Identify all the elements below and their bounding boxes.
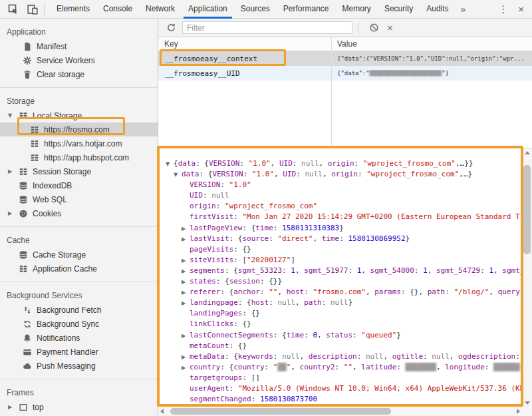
tree-line[interactable]: ▶metaData: {keywords: null, description:… [158,351,521,362]
sidebar-item-session-storage[interactable]: ▶Session Storage [0,164,158,178]
json-key: host [287,288,305,296]
storage-value-cell[interactable]: {"data":{"VERSION":"1.0","UID":null,"ori… [331,55,532,62]
scroll-down-icon[interactable] [525,401,530,405]
vertical-scrollbar[interactable] [522,149,532,407]
expand-arrow-icon[interactable]: ▶ [8,210,19,216]
expand-arrow-icon[interactable]: ▶ [182,363,190,373]
collapse-arrow-icon[interactable]: ▼ [174,170,182,180]
filter-input[interactable] [182,21,352,34]
expand-arrow-icon[interactable]: ▶ [182,234,190,244]
sidebar-item-https-app-hubspot-com[interactable]: https://app.hubspot.com [0,150,158,164]
sidebar-item-label: IndexedDB [33,181,72,190]
expand-arrow-icon[interactable]: ▶ [182,277,190,287]
sidebar-item-application-cache[interactable]: Application Cache [0,262,158,276]
sidebar-item-clear-storage[interactable]: Clear storage [0,67,158,81]
sidebar-item-https-vars-hotjar-com[interactable]: https://vars.hotjar.com [0,136,158,150]
tree-line[interactable]: ▼{data: {VERSION: "1.0", UID: null, orig… [158,158,521,169]
tree-line[interactable]: ▶siteVisits: ["20200127"] [158,255,521,266]
refresh-icon[interactable] [165,22,177,34]
tree-line[interactable]: linkClicks: {} [158,319,521,329]
tree-line[interactable]: ▶referer: {anchor: "", host: "frosmo.com… [158,287,521,298]
tree-line[interactable]: VERSION: "1.0" [158,180,521,190]
sidebar-item-cookies[interactable]: ▶Cookies [0,206,158,220]
expand-arrow-icon[interactable]: ▶ [8,168,19,174]
sidebar-item-background-fetch[interactable]: Background Fetch [0,303,158,317]
column-header-key[interactable]: Key [158,37,331,51]
tree-line[interactable]: ▶lastVisit: {source: "direct", time: 158… [158,234,521,244]
tab-sources[interactable]: Sources [234,0,277,19]
table-row[interactable]: __frosmoeasy__context{"data":{"VERSION":… [158,51,532,66]
expand-arrow-icon[interactable]: ▶ [182,256,190,266]
scroll-up-icon[interactable] [525,151,530,154]
sidebar-item-cache-storage[interactable]: Cache Storage [0,248,158,262]
sidebar-item-local-storage[interactable]: ▼Local Storage [0,108,158,122]
json-key: VERSION [209,159,239,168]
scroll-right-icon[interactable] [517,409,520,414]
sidebar-item-push-messaging[interactable]: Push Messaging [0,359,158,373]
sidebar-item-background-sync[interactable]: Background Sync [0,317,158,331]
json-value: : [304,288,313,296]
expand-arrow-icon[interactable]: ▶ [182,266,190,276]
collapse-arrow-icon[interactable]: ▼ [166,159,174,169]
expand-arrow-icon[interactable]: ▶ [182,352,190,362]
json-key: country [190,363,220,371]
tab-security[interactable]: Security [378,0,420,19]
tree-line[interactable]: pageVisits: {} [158,244,521,255]
expand-arrow-icon[interactable]: ▶ [8,404,19,410]
column-resize-divider[interactable] [331,37,332,148]
tree-line[interactable]: metaCount: {} [158,341,521,351]
tab-network[interactable]: Network [139,0,182,19]
tree-line[interactable]: UID: null [158,190,521,201]
tab-elements[interactable]: Elements [50,0,96,19]
devtools-menu-icon[interactable]: ⋮ [492,3,514,15]
tree-line[interactable]: targetgroups: [] [158,373,521,383]
tree-line[interactable]: ▶states: {session: {}} [158,276,521,287]
table-row[interactable]: __frosmoeasy__UID{"data":"██████████████… [158,66,532,81]
expand-arrow-icon[interactable]: ▶ [182,288,190,298]
storage-key-cell[interactable]: __frosmoeasy__UID [158,69,331,78]
vertical-scroll-thumb[interactable] [523,165,531,254]
clear-all-icon[interactable] [368,22,380,34]
expand-arrow-icon[interactable]: ▶ [182,224,190,234]
device-toolbar-icon[interactable] [27,3,39,15]
tree-line[interactable]: ▶segments: {sgmt_53323: 1, sgmt_51977: 1… [158,266,521,276]
expand-arrow-icon[interactable]: ▶ [182,298,190,308]
tree-line[interactable]: ▼data: {VERSION: "1.0", UID: null, origi… [158,169,521,180]
sidebar-item-indexeddb[interactable]: IndexedDB [0,178,158,192]
tree-line[interactable]: ▶lastConnectSegments: {time: 0, status: … [158,330,521,341]
json-value: : [335,363,344,371]
tab-application[interactable]: Application [182,0,234,19]
close-devtools-icon[interactable]: × [514,3,532,15]
collapse-arrow-icon[interactable]: ▼ [8,112,19,118]
storage-key-cell[interactable]: __frosmoeasy__context [158,55,331,63]
column-header-value[interactable]: Value [331,37,532,51]
horizontal-scrollbar[interactable] [158,407,522,416]
tab-performance[interactable]: Performance [277,0,336,19]
sidebar-item-payment-handler[interactable]: Payment Handler [0,345,158,359]
inspect-element-icon[interactable] [7,3,19,15]
more-tabs-icon[interactable]: » [456,4,471,15]
tab-audits[interactable]: Audits [420,0,455,19]
tree-line[interactable]: ▶landingpage: {host: null, path: null} [158,298,521,308]
sidebar-item-manifest[interactable]: Manifest [0,39,158,53]
sidebar-item-notifications[interactable]: Notifications [0,331,158,345]
tree-line[interactable]: landingPages: {} [158,308,521,319]
tree-line[interactable]: segmentChanged: 1580130873700 [158,394,521,405]
tab-memory[interactable]: Memory [336,0,378,19]
tab-console[interactable]: Console [96,0,139,19]
sidebar-item-top[interactable]: ▶top [0,400,158,414]
sidebar-item-https-frosmo-com[interactable]: https://frosmo.com [0,122,158,136]
tree-line[interactable]: firstVisit: "Mon Jan 27 2020 15:14:29 GM… [158,212,521,222]
tree-line[interactable]: origin: "wproject_frosmo_com" [158,201,521,212]
expand-arrow-icon[interactable]: ▶ [182,331,190,341]
storage-value-cell[interactable]: {"data":"████████████████████"} [331,70,532,77]
sidebar-item-service-workers[interactable]: Service Workers [0,53,158,67]
sidebar-item-label: Cookies [33,209,61,218]
scroll-left-icon[interactable] [160,409,164,414]
horizontal-scroll-thumb[interactable] [170,408,391,415]
tree-line[interactable]: userAgent: "Mozilla/5.0 (Windows NT 10.0… [158,383,521,394]
sidebar-item-web-sql[interactable]: Web SQL [0,192,158,206]
delete-selected-icon[interactable]: × [387,22,393,33]
tree-line[interactable]: ▶lastPageView: {time: 1580131310383} [158,223,521,234]
tree-line[interactable]: ▶country: {country: "██", country2: "", … [158,362,521,373]
